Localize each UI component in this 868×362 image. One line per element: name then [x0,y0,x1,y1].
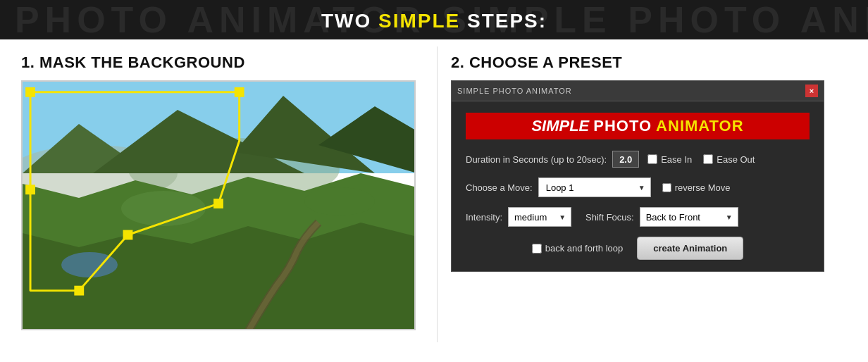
ease-out-checkbox-label[interactable]: Ease Out [703,154,755,165]
mask-overlay-svg [23,82,414,329]
plugin-logo-bar: SIMPLE PHOTO ANIMATOR [466,113,810,139]
intensity-row: Intensity: low medium high Shift Focus: … [466,207,810,227]
move-label: Choose a Move: [466,182,533,193]
handle-mr [213,199,223,208]
intensity-select[interactable]: low medium high [508,207,571,227]
duration-input[interactable] [612,151,639,168]
back-forth-label[interactable]: back and forth loop [532,243,624,254]
ease-checkbox-group: Ease In Ease Out [647,154,755,165]
handle-lm [25,185,35,194]
handle-ml [74,286,84,296]
handle-tr [235,87,244,97]
shift-select-wrapper: Back to Front Front to Back Left to Righ… [640,207,738,227]
image-container [21,80,416,330]
header-title-part1: TWO [321,10,378,32]
logo-simple-text: SIMPLE [531,117,589,135]
header: SIMPLE PHOTO ANIMATOR SIMPLE PHOTO ANIMA… [0,0,868,39]
intensity-select-wrapper: low medium high [508,207,571,227]
main-content: 1. MASK THE BACKGROUND [0,39,868,355]
move-row: Choose a Move: Loop 1 Loop 2 Zoom In Zoo… [466,177,810,197]
header-title-part3: STEPS: [460,10,547,32]
right-panel: 2. CHOOSE A PRESET SIMPLE PHOTO ANIMATOR… [430,39,868,355]
panel-divider [437,46,438,342]
plugin-body: SIMPLE PHOTO ANIMATOR Duration in Second… [452,101,824,271]
move-select-wrapper: Loop 1 Loop 2 Zoom In Zoom Out Pan Left … [538,177,651,197]
header-title-simple: SIMPLE [378,10,460,32]
mask-section-title: 1. MASK THE BACKGROUND [21,54,416,72]
ease-in-label: Ease In [661,154,692,165]
ease-in-checkbox[interactable] [647,154,657,164]
header-title: TWO SIMPLE STEPS: [0,10,868,32]
duration-row: Duration in Seconds (up to 20sec): Ease … [466,151,810,168]
shift-focus-select[interactable]: Back to Front Front to Back Left to Righ… [640,207,738,227]
plugin-titlebar-label: SIMPLE PHOTO ANIMATOR [457,87,572,95]
duration-label: Duration in Seconds (up to 20sec): [466,154,607,165]
back-forth-checkbox[interactable] [532,244,542,254]
plugin-close-button[interactable]: × [805,85,818,97]
plugin-titlebar: SIMPLE PHOTO ANIMATOR × [452,81,824,101]
reverse-move-text: reverse Move [675,182,731,193]
ease-out-checkbox[interactable] [703,154,713,164]
handle-mm [123,230,133,240]
shift-focus-label: Shift Focus: [585,212,634,223]
handle-tl [25,87,35,97]
ease-out-label: Ease Out [717,154,755,165]
left-panel: 1. MASK THE BACKGROUND [0,39,430,355]
preset-section-title: 2. CHOOSE A PRESET [451,54,847,72]
bottom-row: back and forth loop create Animation [466,237,810,260]
svg-marker-12 [30,92,240,291]
back-forth-text: back and forth loop [545,243,624,254]
ease-in-checkbox-label[interactable]: Ease In [647,154,692,165]
create-animation-button[interactable]: create Animation [637,237,743,260]
move-select[interactable]: Loop 1 Loop 2 Zoom In Zoom Out Pan Left … [538,177,651,197]
reverse-move-checkbox[interactable] [662,183,671,192]
plugin-window: SIMPLE PHOTO ANIMATOR × SIMPLE PHOTO ANI… [451,80,824,272]
logo-animator-text: ANIMATOR [656,117,744,135]
reverse-move-label[interactable]: reverse Move [662,182,731,193]
logo-photo-text: PHOTO [593,117,652,135]
intensity-label: Intensity: [466,212,502,223]
